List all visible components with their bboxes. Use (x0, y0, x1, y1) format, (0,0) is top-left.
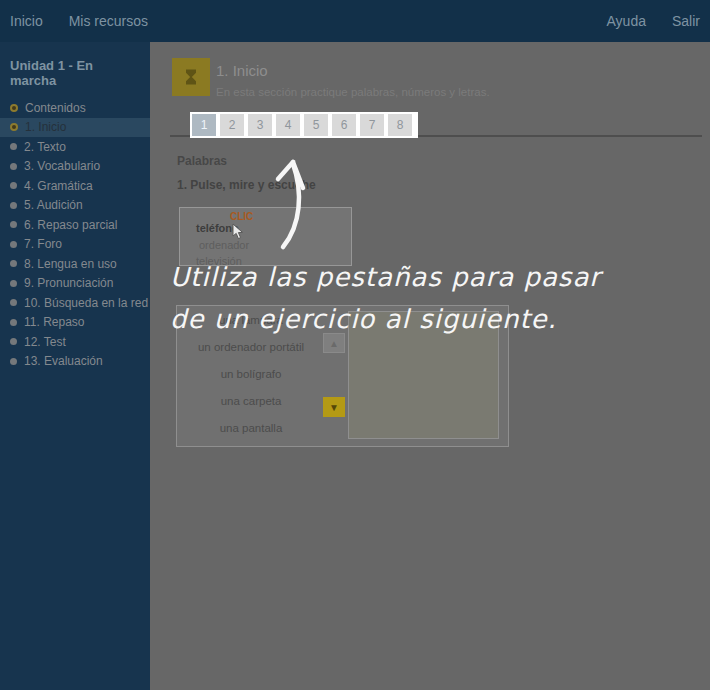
status-dot-icon (10, 241, 17, 248)
sidebar-item-11-repaso[interactable]: 11. Repaso (0, 313, 150, 333)
unit-title: Unidad 1 - En marcha (0, 42, 150, 98)
sidebar-item-label: 2. Texto (24, 140, 66, 154)
exercise-word-row[interactable]: un ordenador portátil (177, 333, 325, 360)
tab-4[interactable]: 4 (276, 114, 300, 136)
status-dot-icon (10, 319, 17, 326)
move-down-button[interactable]: ▼ (323, 397, 345, 417)
sidebar-item-label: Contenidos (25, 101, 86, 115)
exercise-word-row[interactable]: un bolígrafo (177, 360, 325, 387)
sidebar-item-label: 1. Inicio (25, 120, 66, 134)
sidebar-menu: Contenidos1. Inicio2. Texto3. Vocabulari… (0, 98, 150, 371)
sidebar-item-8-lengua-en-uso[interactable]: 8. Lengua en uso (0, 254, 150, 274)
sidebar-item-2-texto[interactable]: 2. Texto (0, 137, 150, 157)
word-item[interactable]: ordenador (199, 239, 249, 251)
tab-6[interactable]: 6 (332, 114, 356, 136)
sidebar-item-9-pronunciación[interactable]: 9. Pronunciación (0, 274, 150, 294)
word-card: teléfono ordenador televisión CLIC (179, 207, 352, 266)
sidebar-item-label: 12. Test (24, 335, 66, 349)
status-dot-icon (10, 338, 17, 345)
sidebar-item-13-evaluación[interactable]: 13. Evaluación (0, 352, 150, 372)
tab-2[interactable]: 2 (220, 114, 244, 136)
page-description: En esta sección practique palabras, núme… (216, 86, 490, 98)
sidebar-item-label: 11. Repaso (24, 315, 85, 329)
nav-salir[interactable]: Salir (672, 13, 700, 29)
sidebar-item-label: 7. Foro (24, 237, 62, 251)
sidebar-item-label: 6. Repaso parcial (24, 218, 117, 232)
sidebar-item-label: 9. Pronunciación (24, 276, 113, 290)
tab-8[interactable]: 8 (388, 114, 412, 136)
top-nav-right: AyudaSalir (607, 13, 700, 29)
status-dot-icon (10, 221, 17, 228)
tab-3[interactable]: 3 (248, 114, 272, 136)
status-dot-icon (10, 280, 17, 287)
status-dot-icon (10, 260, 17, 267)
exercise-instruction: 1. Pulse, mire y escuche (177, 178, 316, 192)
exercise-word-row[interactable]: una pantalla (177, 414, 325, 441)
move-up-button[interactable]: ▲ (323, 333, 345, 353)
tab-7[interactable]: 7 (360, 114, 384, 136)
sidebar-item-label: 3. Vocabulario (24, 159, 100, 173)
sidebar-item-4-gramática[interactable]: 4. Gramática (0, 176, 150, 196)
status-dot-icon (10, 143, 17, 150)
sidebar-item-6-repaso-parcial[interactable]: 6. Repaso parcial (0, 215, 150, 235)
exercise-word-row[interactable]: una carpeta (177, 387, 325, 414)
top-navbar: InicioMis recursos AyudaSalir (0, 0, 710, 42)
sidebar: Unidad 1 - En marcha Contenidos1. Inicio… (0, 42, 150, 690)
nav-inicio[interactable]: Inicio (10, 13, 43, 29)
sidebar-item-contenidos[interactable]: Contenidos (0, 98, 150, 118)
sidebar-item-label: 4. Gramática (24, 179, 93, 193)
page-title: 1. Inicio (216, 62, 268, 79)
sidebar-item-label: 13. Evaluación (24, 354, 103, 368)
status-dot-icon (10, 299, 17, 306)
sidebar-item-label: 10. Búsqueda en la red (24, 296, 148, 310)
sidebar-item-label: 8. Lengua en uso (24, 257, 117, 271)
status-dot-icon (10, 123, 18, 131)
exercise-tabs: 12345678 (192, 114, 412, 136)
tab-5[interactable]: 5 (304, 114, 328, 136)
top-nav-left: InicioMis recursos (10, 13, 148, 29)
status-dot-icon (10, 163, 17, 170)
status-dot-icon (10, 104, 18, 112)
tutorial-spotlight: 12345678 (190, 112, 418, 138)
content-area: 1. Inicio En esta sección practique pala… (150, 42, 710, 690)
sidebar-item-3-vocabulario[interactable]: 3. Vocabulario (0, 157, 150, 177)
tab-1[interactable]: 1 (192, 114, 216, 136)
sidebar-item-12-test[interactable]: 12. Test (0, 332, 150, 352)
section-heading: Palabras (177, 154, 227, 168)
status-dot-icon (10, 182, 17, 189)
tutorial-text-line1: Utiliza las pestañas para pasar (170, 262, 601, 292)
mouse-cursor-icon (232, 223, 245, 240)
status-dot-icon (10, 202, 17, 209)
clic-label: CLIC (230, 211, 253, 222)
sidebar-item-label: 5. Audición (24, 198, 83, 212)
status-dot-icon (10, 358, 17, 365)
sidebar-item-1-inicio[interactable]: 1. Inicio (0, 118, 150, 138)
nav-mis-recursos[interactable]: Mis recursos (69, 13, 148, 29)
app-window: InicioMis recursos AyudaSalir Unidad 1 -… (0, 0, 710, 690)
sidebar-item-10-búsqueda-en-la-red[interactable]: 10. Búsqueda en la red (0, 293, 150, 313)
hourglass-icon (172, 58, 210, 96)
nav-ayuda[interactable]: Ayuda (607, 13, 646, 29)
sidebar-item-5-audición[interactable]: 5. Audición (0, 196, 150, 216)
tutorial-text-line2: de un ejercicio al siguiente. (170, 304, 557, 334)
sidebar-item-7-foro[interactable]: 7. Foro (0, 235, 150, 255)
